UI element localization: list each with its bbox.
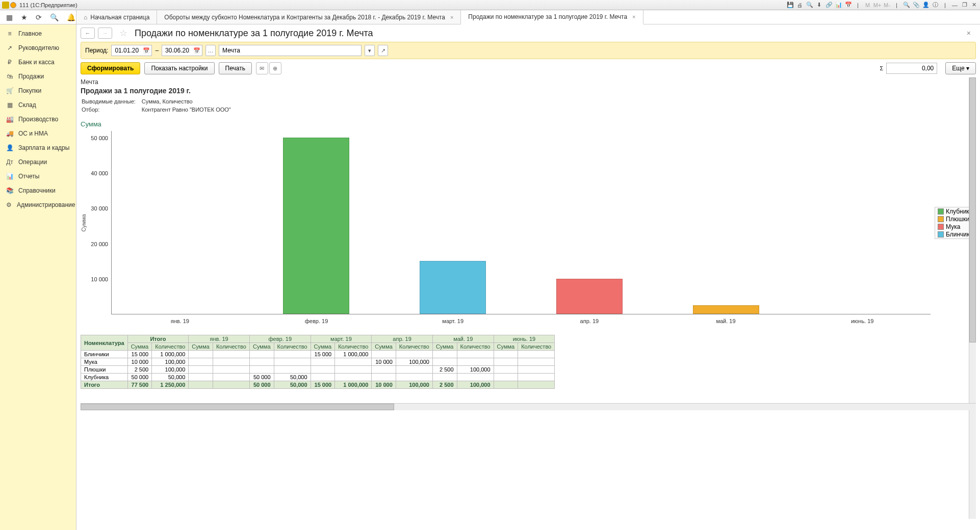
org-input[interactable] xyxy=(219,45,362,56)
window-close-icon[interactable]: ✕ xyxy=(970,1,978,9)
more-button[interactable]: Еще ▾ xyxy=(945,62,976,74)
toolbar-m-icon[interactable]: M xyxy=(864,1,871,9)
search-icon[interactable]: 🔍 xyxy=(50,13,59,21)
toolbar-user-icon[interactable]: 👤 xyxy=(922,1,930,9)
sidebar-label: Банк и касса xyxy=(18,59,55,66)
sidebar-icon: ▦ xyxy=(6,101,13,109)
action-bar: Сформировать Показать настройки Печать ✉… xyxy=(81,62,976,74)
sidebar-item-11[interactable]: 📚Справочники xyxy=(0,183,76,198)
top-nav-row: ▦ ★ ⟳ 🔍 🔔 ⌂ Начальная страница Обороты м… xyxy=(0,10,980,24)
sidebar-icon: 🏭 xyxy=(6,116,13,123)
sidebar-label: Операции xyxy=(18,158,47,166)
home-icon: ⌂ xyxy=(84,14,87,21)
toolbar-search-icon[interactable]: 🔍 xyxy=(902,1,910,9)
attach-icon[interactable]: ⊕ xyxy=(269,62,281,74)
window-minimize-icon[interactable]: — xyxy=(951,1,959,9)
tab-report-2[interactable]: Продажи по номенклатуре за 1 полугодие 2… xyxy=(461,10,643,24)
sidebar-item-10[interactable]: 📊Отчеты xyxy=(0,169,76,183)
toolbar-calendar-icon[interactable]: 📅 xyxy=(844,1,852,9)
date-to-input[interactable] xyxy=(162,45,202,56)
bell-icon[interactable]: 🔔 xyxy=(67,13,75,21)
nav-back-icon[interactable] xyxy=(10,2,16,8)
sidebar-icon: 🛒 xyxy=(6,87,13,94)
form-button[interactable]: Сформировать xyxy=(81,62,140,74)
toolbar-mminus-icon[interactable]: M- xyxy=(883,1,891,9)
chart-title: Сумма xyxy=(81,120,976,128)
table-row: Плюшки2 500100,0002 500100,000 xyxy=(81,366,555,374)
sidebar-item-8[interactable]: 👤Зарплата и кадры xyxy=(0,141,76,155)
toolbar-save-icon[interactable]: 💾 xyxy=(786,1,794,9)
sidebar-icon: 🛍 xyxy=(6,73,13,80)
data-table: НоменклатураИтогоянв. 19февр. 19март. 19… xyxy=(81,335,555,389)
report-title: Продажи за 1 полугодие 2019 г. xyxy=(81,87,976,95)
sidebar-item-4[interactable]: 🛒Покупки xyxy=(0,84,76,98)
toolbar-calc-icon[interactable]: 📊 xyxy=(835,1,842,9)
sum-sigma-icon: Σ xyxy=(880,65,883,71)
page-close-icon[interactable]: × xyxy=(967,29,976,37)
apps-icon[interactable]: ▦ xyxy=(6,13,13,21)
toolbar-print-icon[interactable]: 🖨 xyxy=(796,1,804,9)
sidebar-label: Отчеты xyxy=(18,173,39,180)
sum-field[interactable] xyxy=(886,63,937,74)
tab-home[interactable]: ⌂ Начальная страница xyxy=(76,10,157,24)
sidebar-icon: ₽ xyxy=(6,59,13,66)
favorite-star-icon[interactable]: ☆ xyxy=(119,28,127,39)
tab-report-1[interactable]: Обороты между субконто Номенклатура и Ко… xyxy=(157,10,461,24)
sidebar-label: Продажи xyxy=(18,73,44,80)
title-bar: 111 (1С:Предприятие) 💾 🖨 🔍 ⬇ 🔗 📊 📅 | M M… xyxy=(0,0,980,10)
toolbar-download-icon[interactable]: ⬇ xyxy=(815,1,823,9)
toolbar-link-icon[interactable]: 🔗 xyxy=(825,1,833,9)
toolbar-clip-icon[interactable]: 📎 xyxy=(912,1,920,9)
show-settings-button[interactable]: Показать настройки xyxy=(144,62,214,74)
org-open-button[interactable]: ↗ xyxy=(378,45,388,56)
chart-bar xyxy=(556,279,623,314)
date-from-input[interactable] xyxy=(111,45,152,56)
sidebar-icon: ↗ xyxy=(6,44,13,51)
sidebar-item-3[interactable]: 🛍Продажи xyxy=(0,69,76,84)
sidebar-item-0[interactable]: ≡Главное xyxy=(0,26,76,41)
sidebar-item-7[interactable]: 🚚ОС и НМА xyxy=(0,126,76,141)
y-axis-label: Сумма xyxy=(81,214,87,232)
sidebar-label: Зарплата и кадры xyxy=(18,144,69,151)
y-tick: 10 000 xyxy=(91,276,108,282)
chart-bar xyxy=(693,305,759,314)
print-button[interactable]: Печать xyxy=(219,62,252,74)
page-header: ← → ☆ Продажи по номенклатуре за 1 полуг… xyxy=(76,24,980,42)
chart-bar xyxy=(420,261,486,314)
toolbar-mplus-icon[interactable]: M+ xyxy=(873,1,881,9)
sidebar-label: Склад xyxy=(18,101,36,109)
y-tick: 20 000 xyxy=(91,241,108,247)
toolbar-info-icon[interactable]: ⓘ xyxy=(932,1,939,9)
history-icon[interactable]: ⟳ xyxy=(36,13,42,21)
sidebar-item-5[interactable]: ▦Склад xyxy=(0,98,76,112)
period-label: Период: xyxy=(85,47,108,54)
sidebar-label: Главное xyxy=(18,30,42,37)
sidebar-item-6[interactable]: 🏭Производство xyxy=(0,112,76,126)
close-icon[interactable]: × xyxy=(632,14,635,20)
close-icon[interactable]: × xyxy=(450,14,453,20)
sidebar-label: ОС и НМА xyxy=(18,130,48,137)
x-tick: апр. 19 xyxy=(521,318,658,324)
nav-back-button[interactable]: ← xyxy=(81,28,95,39)
sidebar-label: Покупки xyxy=(18,87,41,94)
sidebar-item-9[interactable]: ДтОперации xyxy=(0,155,76,169)
horizontal-scrollbar[interactable] xyxy=(81,403,976,410)
star-icon[interactable]: ★ xyxy=(21,13,28,21)
report-scroll-area[interactable]: Мечта Продажи за 1 полугодие 2019 г. Выв… xyxy=(81,77,976,526)
email-icon[interactable]: ✉ xyxy=(256,62,268,74)
sidebar-icon: Дт xyxy=(6,158,13,166)
nav-fwd-button[interactable]: → xyxy=(98,28,112,39)
sidebar-item-12[interactable]: ⚙Администрирование xyxy=(0,198,76,212)
org-dropdown-button[interactable]: ▾ xyxy=(365,45,375,56)
sidebar-item-2[interactable]: ₽Банк и касса xyxy=(0,55,76,69)
sidebar-icon: ⚙ xyxy=(6,201,12,208)
page-title: Продажи по номенклатуре за 1 полугодие 2… xyxy=(135,28,373,39)
vertical-scrollbar[interactable] xyxy=(969,77,976,519)
table-total-row: Итого77 5001 250,00050 00050,00015 0001 … xyxy=(81,381,555,389)
sidebar-label: Руководителю xyxy=(18,44,59,51)
period-more-button[interactable]: … xyxy=(205,45,216,56)
sidebar-icon: 📊 xyxy=(6,173,13,180)
window-maximize-icon[interactable]: ❐ xyxy=(961,1,968,9)
toolbar-preview-icon[interactable]: 🔍 xyxy=(806,1,813,9)
sidebar-item-1[interactable]: ↗Руководителю xyxy=(0,41,76,55)
